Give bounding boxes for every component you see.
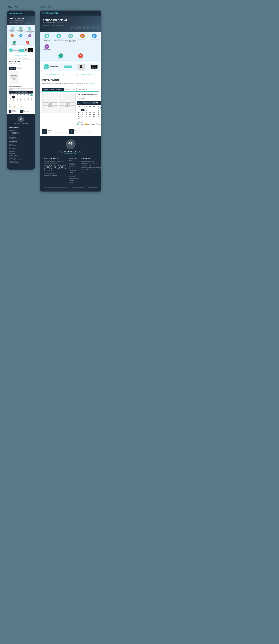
tablet-googleplay-badge[interactable]: Google Play (91, 67, 98, 68)
mobile-cal-cell[interactable] (15, 102, 19, 103)
mobile-footer-link-atencion[interactable]: Atención Ciudadana (9, 145, 33, 146)
mobile-cal-cell[interactable]: 18 (12, 99, 15, 100)
mobile-cal-cell[interactable]: 27 (19, 100, 22, 102)
tablet-cal-cell[interactable]: 8 (96, 109, 100, 111)
tablet-tab-ultimas[interactable]: ÚLTIMAS PUBLICACIONES (42, 88, 64, 92)
tablet-cal-year-select[interactable]: 2021 (90, 102, 98, 104)
tablet-nav-item-8[interactable]: ✉ CONTACTO (71, 53, 90, 60)
tablet-cal-cell[interactable]: 21 (92, 113, 96, 115)
mobile-cal-cell[interactable]: 20 (19, 99, 22, 100)
tablet-cal-cell[interactable]: 23 (100, 113, 101, 115)
mobile-cal-cell[interactable] (26, 102, 30, 103)
mobile-nav-item-2[interactable]: 📋 PROCEDIMIENTO DE LA SOLICITUD (17, 26, 25, 33)
tablet-cal-cell[interactable] (81, 107, 84, 109)
mobile-cal-cell[interactable]: 8 (26, 96, 30, 98)
tablet-cal-cell[interactable]: 30 (100, 115, 101, 117)
mobile-footer-oficinas[interactable]: Oficinas de Gobierno (9, 155, 33, 156)
tablet-footer-link-estatal[interactable]: Enlaces Estatales (44, 172, 66, 174)
tablet-cal-cell[interactable]: 7 (92, 109, 96, 111)
mobile-googleplay-badge[interactable]: Google Play (28, 50, 33, 52)
mobile-footer-directorio[interactable]: Directorio Telefónico (9, 161, 33, 162)
mobile-footer-link-federal[interactable]: Enlaces Federales (9, 135, 33, 136)
tablet-menu-icon[interactable]: ☰ (97, 12, 99, 14)
mobile-footer-link-prensa[interactable]: Sala de Prensa (9, 151, 33, 152)
mobile-cal-cell[interactable]: 7 (22, 96, 26, 98)
tablet-nav-item-7[interactable]: ❓ ¿SABÍAS QUE? (51, 53, 70, 60)
mobile-cal-cell[interactable]: 10 (9, 98, 12, 99)
tablet-cal-cell[interactable]: 14 (92, 111, 96, 113)
tablet-cal-cell[interactable]: 1 (96, 107, 100, 109)
mobile-social-youtube[interactable]: ▶ (22, 132, 24, 134)
tablet-cal-cell[interactable] (85, 107, 88, 109)
mobile-cal-input[interactable] (9, 88, 33, 90)
tablet-nav-item-2[interactable]: 📋 PROCEDIMIENTO DE LA SOLICITUD (53, 33, 64, 43)
mobile-cal-next[interactable]: › (32, 92, 33, 93)
tablet-social-instagram[interactable]: ◎ (48, 165, 52, 169)
tablet-cal-cell[interactable]: 31 (77, 117, 81, 119)
tablet-cal-cell[interactable] (81, 117, 84, 119)
mobile-nav-item-1[interactable]: 📄 REQUISITOS DE LA SOLICITUD (8, 26, 17, 33)
tablet-footer-link-prensa[interactable]: Sala de Prensa (69, 180, 78, 183)
mobile-link-1[interactable]: Secretaría General de Gobierno (15, 55, 27, 56)
mobile-nav-item-7[interactable]: ❓ ¿SABÍAS QUE? (8, 40, 21, 46)
mobile-cal-cell[interactable] (19, 102, 22, 103)
tablet-cal-cell[interactable]: 17 (77, 113, 81, 115)
tablet-cal-cell[interactable]: 25 (81, 115, 84, 117)
tablet-footer-oficinas[interactable]: Oficinas de Gobierno (81, 160, 101, 162)
tablet-nav-item-4[interactable]: 📚 NORMATIVIDAD (77, 33, 88, 43)
tablet-footer-link-gobierno[interactable]: Gobierno (69, 166, 78, 168)
mobile-cal-cell[interactable]: 17 (9, 99, 12, 100)
mobile-cal-cell[interactable] (12, 95, 15, 96)
mobile-footer-link-gobierno[interactable]: Gobierno (9, 144, 33, 145)
mobile-cal-cell[interactable]: 19 (15, 99, 19, 100)
tablet-cal-cell[interactable]: 22 (96, 113, 100, 115)
tablet-footer-link-transparencia[interactable]: Transparencia (69, 178, 78, 180)
tablet-cal-cell[interactable]: 28 (92, 115, 96, 117)
tablet-cal-cell[interactable]: 11 (81, 111, 84, 113)
tablet-today-btn[interactable]: Hoy (77, 120, 83, 122)
tablet-social-linkedin[interactable]: in (58, 165, 62, 169)
tablet-cal-cell-2[interactable]: 2 (100, 107, 101, 109)
tablet-cal-cell[interactable] (92, 117, 96, 119)
mobile-cal-cell-2[interactable]: 2 (30, 95, 33, 96)
tablet-footer-link-atencion[interactable]: Atención Ciudadana (69, 168, 78, 171)
mobile-cal-cell[interactable]: 28 (22, 100, 26, 102)
tablet-nav-item-3[interactable]: 📰 TIPOS DE DOCUMENTOS QUE SE PUBLICAN (65, 33, 76, 43)
tablet-cal-cell[interactable]: 10 (77, 111, 81, 113)
tablet-footer-link-federal[interactable]: Enlaces Federales (44, 170, 66, 172)
tablet-cal-prev[interactable]: ‹ (78, 102, 79, 104)
mobile-cal-cell[interactable] (30, 102, 33, 103)
tablet-nav-item-6[interactable]: ⚖ FUNDAMENTO (41, 44, 52, 51)
mobile-nav-item-8[interactable]: ✉ CONTACTO (21, 40, 34, 46)
mobile-cal-cell[interactable]: 16 (30, 98, 33, 99)
tablet-cal-cell[interactable]: 16 (100, 111, 101, 113)
tablet-cal-cell[interactable]: 12 (85, 111, 88, 113)
tablet-appstore-badge[interactable]: App Store (91, 65, 98, 66)
tablet-footer-directorio[interactable]: Directorio Telefónico (81, 169, 101, 171)
mobile-cal-cell[interactable] (19, 95, 22, 96)
tablet-cal-cell[interactable]: 9 (100, 109, 101, 111)
mobile-cal-cell-4[interactable]: 4 (12, 96, 15, 98)
mobile-cal-cell[interactable]: 23 (30, 99, 33, 100)
mobile-cal-cell[interactable] (22, 95, 26, 96)
mobile-cal-cell[interactable]: 14 (22, 98, 26, 99)
tablet-nav-item-5[interactable]: 🗂 ANTECEDENTES (89, 33, 100, 43)
tablet-cal-cell[interactable]: 15 (96, 111, 100, 113)
mobile-nav-item-6[interactable]: ⚖ FUNDAMENTO (26, 34, 34, 39)
tablet-footer-link-municipal[interactable]: Enlaces Municipales (44, 174, 66, 176)
tablet-footer-link-tramites[interactable]: Trámites y servicios (69, 162, 78, 166)
mobile-cal-cell[interactable]: 5 (15, 96, 19, 98)
tablet-cal-cell[interactable]: 24 (77, 115, 81, 117)
mobile-tab-por-indice[interactable]: POR ÍNDICE (16, 67, 23, 70)
mobile-footer-estadisticas[interactable]: Estadísticas e Indicadores (9, 162, 33, 163)
tablet-read-more[interactable]: Leer más (89, 83, 95, 84)
tablet-tab-detallada[interactable]: DETALLADA (64, 88, 77, 92)
tablet-tab-por-indice[interactable]: POR ÍNDICE (77, 88, 89, 92)
tablet-cal-cell[interactable] (92, 107, 96, 109)
mobile-tab-detallada[interactable]: DETALLADA (9, 67, 16, 70)
mobile-footer-link-estado[interactable]: Estado (9, 146, 33, 148)
mobile-social-linkedin[interactable]: in (19, 132, 21, 134)
mobile-footer-tel2[interactable]: 01 800 900 2002 (9, 158, 33, 159)
mobile-cal-year-select[interactable]: 2021 (21, 92, 27, 93)
tablet-cal-input[interactable] (77, 96, 101, 100)
